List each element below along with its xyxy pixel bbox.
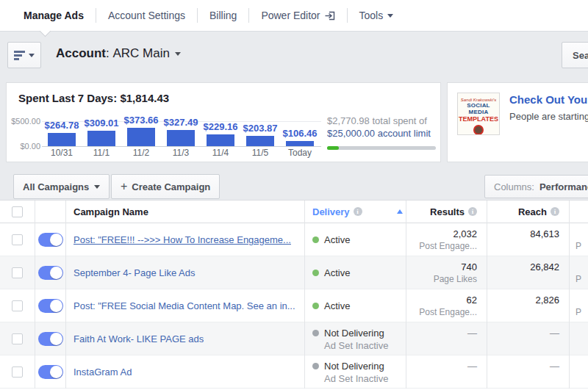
results-value: 62 bbox=[406, 295, 477, 306]
campaign-toggle-on[interactable] bbox=[38, 299, 63, 313]
plus-icon: + bbox=[121, 180, 127, 193]
info-icon[interactable]: i bbox=[468, 207, 477, 216]
header-checkbox-cell bbox=[0, 201, 35, 223]
header-results[interactable]: Results i bbox=[406, 201, 487, 223]
row-checkbox[interactable] bbox=[12, 300, 23, 311]
header-toggle-cell bbox=[35, 201, 66, 223]
columns-dropdown[interactable]: Columns: Performance bbox=[484, 175, 588, 198]
account-limit-link[interactable]: $25,000.00 account limit bbox=[327, 128, 431, 139]
create-campaign-button[interactable]: + Create Campaign bbox=[111, 174, 220, 199]
header-reach-label: Reach bbox=[518, 206, 547, 217]
table-row: Faith At Work- LIKE PAGE ads Not Deliver… bbox=[0, 322, 588, 355]
row-checkbox[interactable] bbox=[12, 267, 23, 278]
results-value: 740 bbox=[406, 261, 477, 272]
thumb-title-1: SOCIAL MEDIA bbox=[458, 102, 499, 115]
campaign-name-link[interactable]: Post: "FREE!!! -->>> How To Increase Eng… bbox=[74, 234, 291, 245]
enter-arrow-icon bbox=[325, 11, 335, 21]
bar bbox=[167, 130, 195, 146]
sort-ascending-icon bbox=[397, 209, 403, 214]
spend-progress-bar bbox=[327, 146, 436, 150]
bar-group: $327.49 11/3 bbox=[161, 109, 201, 158]
toggle-knob bbox=[50, 234, 62, 246]
campaign-name-link[interactable]: Post: "FREE Social Media Content Map. Se… bbox=[74, 300, 295, 311]
status-text: Active bbox=[324, 234, 350, 245]
campaign-name-link[interactable]: September 4- Page Like Ads bbox=[74, 267, 196, 278]
campaign-toggle-on[interactable] bbox=[38, 332, 63, 346]
row-checkbox[interactable] bbox=[12, 234, 23, 245]
bar-date-label: 11/2 bbox=[121, 148, 161, 158]
nav-manage-ads[interactable]: Manage Ads bbox=[12, 10, 96, 21]
bar-date-label: 10/31 bbox=[42, 148, 82, 158]
status-dot-active bbox=[312, 303, 319, 309]
table-row: Post: "FREE Social Media Content Map. Se… bbox=[0, 289, 588, 322]
account-name: ARC Main bbox=[112, 46, 169, 60]
promo-heading-link[interactable]: Check Out Your bbox=[509, 93, 588, 106]
header-reach[interactable]: Reach i bbox=[487, 201, 570, 223]
header-delivery[interactable]: Delivery i bbox=[305, 201, 406, 223]
status-text: Active bbox=[324, 267, 350, 278]
thumb-photo bbox=[473, 125, 484, 135]
nav-power-editor-label: Power Editor bbox=[261, 10, 320, 21]
bar bbox=[48, 133, 76, 146]
select-all-checkbox[interactable] bbox=[12, 206, 23, 217]
campaign-toggle-on[interactable] bbox=[38, 233, 63, 247]
bar bbox=[127, 128, 155, 146]
row-checkbox[interactable] bbox=[12, 333, 23, 344]
campaign-toggle-on[interactable] bbox=[38, 365, 63, 379]
status-dot-inactive bbox=[312, 330, 319, 336]
clipped-column-text: P bbox=[576, 307, 588, 317]
header-next-column bbox=[570, 201, 588, 223]
nav-manage-ads-label: Manage Ads bbox=[24, 10, 84, 21]
info-icon[interactable]: i bbox=[354, 207, 362, 216]
spend-bar-chart: $264.78 10/31 $309.01 11/1 $373.66 11/2 … bbox=[42, 109, 321, 158]
clipped-column-text: P bbox=[576, 241, 588, 251]
toggle-knob bbox=[50, 333, 62, 345]
columns-value: Performance bbox=[539, 181, 588, 192]
promo-thumbnail[interactable]: Sandi Krakowski's SOCIAL MEDIA TEMPLATES bbox=[457, 93, 500, 135]
status-dot-active bbox=[312, 236, 319, 243]
status-dot-active bbox=[312, 270, 319, 276]
top-nav: Manage Ads Account Settings Billing Powe… bbox=[0, 0, 588, 32]
reach-value: 26,842 bbox=[487, 261, 559, 272]
all-campaigns-dropdown[interactable]: All Campaigns bbox=[13, 174, 110, 199]
status-text: Not Delivering bbox=[324, 328, 384, 339]
account-selector[interactable]: Account: ARC Main bbox=[56, 46, 181, 61]
spent-panel: Spent Last 7 Days: $1,814.43 $500.00 $0.… bbox=[6, 82, 441, 162]
nav-power-editor[interactable]: Power Editor bbox=[249, 10, 346, 21]
bar-value-label: $106.46 bbox=[274, 128, 326, 139]
y-axis-tick-min: $0.00 bbox=[8, 142, 40, 151]
account-label: Account: ARC Main bbox=[56, 46, 170, 61]
reach-value: — bbox=[487, 361, 559, 372]
list-icon bbox=[14, 51, 25, 60]
nav-tools[interactable]: Tools bbox=[348, 10, 406, 21]
bar bbox=[87, 131, 115, 146]
nav-account-settings[interactable]: Account Settings bbox=[96, 10, 197, 21]
report-filter-button[interactable] bbox=[7, 42, 41, 68]
bar-group: $106.46 Today bbox=[280, 109, 320, 158]
results-value: 2,032 bbox=[406, 228, 477, 239]
header-campaign-name[interactable]: Campaign Name bbox=[66, 201, 305, 223]
campaign-name-link[interactable]: Faith At Work- LIKE PAGE ads bbox=[74, 333, 204, 344]
status-dot-inactive bbox=[312, 363, 319, 369]
bar bbox=[246, 136, 274, 146]
results-value: — bbox=[406, 361, 477, 372]
bar-date-label: 11/4 bbox=[201, 148, 240, 158]
bar-group: $229.16 11/4 bbox=[201, 109, 240, 158]
reach-value: 2,826 bbox=[487, 295, 559, 306]
bar-date-label: 11/5 bbox=[240, 148, 280, 158]
bar bbox=[207, 134, 234, 146]
status-text: Not Delivering bbox=[324, 361, 384, 372]
row-checkbox[interactable] bbox=[12, 366, 23, 378]
info-icon[interactable]: i bbox=[551, 207, 559, 216]
nav-billing[interactable]: Billing bbox=[198, 10, 248, 21]
campaign-name-link[interactable]: InstaGram Ad bbox=[74, 366, 132, 378]
reach-value: 84,613 bbox=[487, 228, 559, 239]
header-delivery-label: Delivery bbox=[312, 206, 350, 217]
header-campaign-name-label: Campaign Name bbox=[74, 206, 148, 217]
bar bbox=[286, 141, 314, 146]
chevron-down-icon bbox=[175, 52, 181, 56]
campaign-toggle-on[interactable] bbox=[38, 266, 63, 280]
nav-billing-label: Billing bbox=[209, 10, 237, 21]
search-button[interactable]: Search bbox=[562, 42, 588, 68]
all-campaigns-label: All Campaigns bbox=[23, 181, 89, 192]
